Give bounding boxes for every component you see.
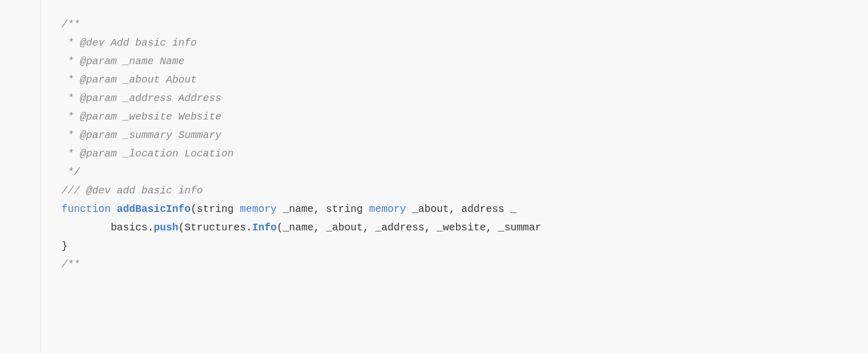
comment-text-3: _name Name xyxy=(117,52,184,71)
comment-text-6: _website Website xyxy=(117,108,221,126)
space-11 xyxy=(111,200,117,219)
closing-brace: } xyxy=(61,237,68,256)
triple-slash-tag: @dev xyxy=(86,182,111,200)
code-line-7: * @param _summary Summary xyxy=(61,126,858,145)
comment-text-4: _about About xyxy=(117,71,197,89)
comment-star-2: * xyxy=(61,34,80,52)
method-info: Info xyxy=(252,219,277,237)
comment-star-6: * xyxy=(61,108,80,126)
code-line-5: * @param _address Address xyxy=(61,89,858,108)
comment-tag-dev: @dev xyxy=(80,34,105,52)
comment-text-2: Add basic info xyxy=(105,34,197,52)
line-number-gutter xyxy=(0,0,41,353)
code-line-6: * @param _website Website xyxy=(61,108,858,126)
code-line-4: * @param _about About xyxy=(61,71,858,89)
params-11b: _name, string xyxy=(277,200,369,219)
comment-open-2: /** xyxy=(61,256,80,274)
comment-star-7: * xyxy=(61,126,80,145)
comment-star-3: * xyxy=(61,52,80,71)
code-line-8: * @param _location Location xyxy=(61,145,858,163)
keyword-memory-2: memory xyxy=(369,200,406,219)
call-12a: (Structures. xyxy=(178,219,252,237)
comment-param-5: @param xyxy=(80,89,117,108)
call-12b: (_name, _about, _address, _website, _sum… xyxy=(277,219,541,237)
comment-star-4: * xyxy=(61,71,80,89)
comment-text-7: _summary Summary xyxy=(117,126,221,145)
code-line-14: /** xyxy=(61,256,858,274)
comment-param-6: @param xyxy=(80,108,117,126)
params-11a: (string xyxy=(191,200,240,219)
comment-param-3: @param xyxy=(80,52,117,71)
comment-star-8: * xyxy=(61,145,80,163)
code-area[interactable]: /** * @dev Add basic info * @param _name… xyxy=(41,0,868,353)
comment-open: /** xyxy=(61,15,80,34)
comment-close: */ xyxy=(61,163,80,182)
indent-12: basics. xyxy=(61,219,154,237)
code-line-9: */ xyxy=(61,163,858,182)
keyword-function: function xyxy=(61,200,111,219)
code-line-13: } xyxy=(61,237,858,256)
function-name-addBasicInfo: addBasicInfo xyxy=(117,200,191,219)
comment-param-7: @param xyxy=(80,126,117,145)
code-line-3: * @param _name Name xyxy=(61,52,858,71)
code-line-12: basics.push(Structures.Info(_name, _abou… xyxy=(61,219,858,237)
editor-container: /** * @dev Add basic info * @param _name… xyxy=(0,0,868,353)
comment-text-8: _location Location xyxy=(117,145,234,163)
triple-slash-text: add basic info xyxy=(111,182,203,200)
comment-star-5: * xyxy=(61,89,80,108)
code-line-11: function addBasicInfo(string memory _nam… xyxy=(61,200,858,219)
keyword-memory-1: memory xyxy=(240,200,277,219)
comment-param-8: @param xyxy=(80,145,117,163)
method-push: push xyxy=(154,219,178,237)
triple-slash-comment: /// xyxy=(61,182,86,200)
code-line-10: /// @dev add basic info xyxy=(61,182,858,200)
comment-param-4: @param xyxy=(80,71,117,89)
code-line-2: * @dev Add basic info xyxy=(61,34,858,52)
comment-text-5: _address Address xyxy=(117,89,221,108)
code-line-1: /** xyxy=(61,15,858,34)
params-11c: _about, address _ xyxy=(406,200,516,219)
